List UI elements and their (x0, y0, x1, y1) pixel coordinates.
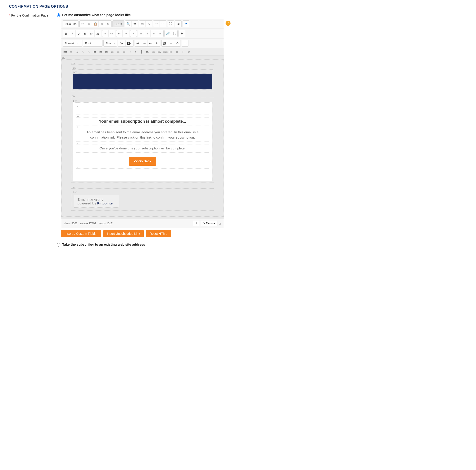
insert-custom-field-button[interactable]: Insert a Custom Field... (61, 230, 101, 237)
resize-grip[interactable] (219, 222, 221, 225)
editor: i ◎ Source ✂ ⧉ 📋 ⎙ ⎙ ABC ▾ 🔍 ⇄ ▤ (61, 19, 224, 228)
font-select[interactable]: Font (83, 40, 93, 46)
tb4-b6[interactable]: ▦ (92, 49, 98, 54)
align-right-button[interactable]: ≡ (151, 30, 157, 37)
div-button[interactable]: DIV (130, 30, 137, 37)
subscript-button[interactable]: x₂ (95, 30, 101, 37)
help-icon[interactable]: i (225, 21, 231, 26)
selectall-button[interactable]: ▤ (139, 21, 146, 27)
tag-div: DIV (71, 186, 76, 189)
source-button[interactable]: ◎ Source (63, 21, 78, 27)
p-empty-1[interactable]: P (76, 108, 209, 115)
textcolor-button[interactable]: A▾ (118, 40, 126, 46)
tb4-b21[interactable]: ✛ (180, 49, 186, 54)
undo-button[interactable]: ↶ (153, 21, 160, 27)
redo-button[interactable]: ↷ (160, 21, 166, 27)
uppercase-button[interactable]: AA (135, 40, 141, 46)
capitalize-button[interactable]: Aa (148, 40, 154, 46)
tb4-b9[interactable]: ▭ (109, 49, 115, 54)
toolbar-row-2: B I U S x² x₂ ≡ •≡ ⇤ ⇥ DIV ≡ (61, 29, 224, 38)
specialchar-button[interactable]: Ω (174, 40, 181, 46)
paste-button[interactable]: 📋 (92, 21, 99, 27)
bgcolor-button[interactable]: A▾ (126, 40, 134, 46)
insert-unsubscribe-button[interactable]: Insert Unsubscribe Link (103, 230, 144, 237)
stats: chars:9063 source:17409 words:1017 (64, 222, 112, 225)
radio-existing-label[interactable]: Take the subscriber to an existing web s… (62, 242, 145, 246)
link-button[interactable]: 🔗 (165, 30, 171, 37)
align-left-button[interactable]: ≡ (138, 30, 144, 37)
unlink-button[interactable]: ⛓ (171, 30, 177, 37)
reset-html-button[interactable]: Reset HTML (146, 230, 171, 237)
spellcheck-button[interactable]: ABC ▾ (113, 21, 124, 27)
editor-canvas[interactable]: DIV DIV DIV DIV (61, 56, 224, 219)
tb4-b13[interactable]: ⇤ (133, 49, 139, 54)
go-back-button[interactable]: << Go Back (129, 157, 156, 166)
tb4-b15[interactable]: ▦ₓ (145, 49, 151, 54)
export-button[interactable]: ⇩ (193, 221, 199, 226)
paste-text-button[interactable]: ⎙ (99, 21, 105, 27)
paragraph-1[interactable]: PAn email has been sent to the email add… (76, 128, 209, 142)
align-center-button[interactable]: ≡ (144, 30, 151, 37)
header-block[interactable] (73, 73, 212, 90)
tb4-b5[interactable]: ✎ (86, 49, 92, 54)
tb4-b18[interactable]: ▭▭ (162, 49, 168, 54)
statusbar: chars:9063 source:17409 words:1017 ⇩ ⟳ R… (61, 219, 224, 228)
replace-button[interactable]: ⇄ (132, 21, 138, 27)
toolbar-row-1: ◎ Source ✂ ⧉ 📋 ⎙ ⎙ ABC ▾ 🔍 ⇄ ▤ Iₓ (61, 19, 224, 29)
tb4-b11[interactable]: ▭ (121, 49, 127, 54)
heading[interactable]: H5Your email subscription is almost comp… (76, 117, 209, 126)
tb4-b22[interactable]: ⊕ (186, 49, 192, 54)
underline-button[interactable]: U (76, 30, 82, 37)
removeformat-button[interactable]: Iₓ (146, 21, 152, 27)
lowercase-button[interactable]: aa (141, 40, 148, 46)
tb4-b2[interactable]: ▦ (68, 49, 74, 54)
anchor-button[interactable]: ⚑ (179, 30, 185, 37)
radio-customize-label[interactable]: Let me customize what the page looks lik… (62, 13, 131, 17)
radio-existing[interactable] (57, 243, 60, 247)
section-title: CONFIRMATION PAGE OPTIONS (9, 4, 467, 9)
size-select[interactable]: Size (104, 40, 113, 46)
tb4-b17[interactable]: ▭ₓ (156, 49, 162, 54)
lineheight-button[interactable]: ≡ (168, 40, 174, 46)
maximize-button[interactable]: ⛶ (168, 21, 174, 27)
tb4-b14[interactable]: │ (139, 49, 145, 54)
tb4-b20[interactable]: ▯ (174, 49, 180, 54)
paste-word-button[interactable]: ⎙ (105, 21, 111, 27)
tb4-b8[interactable]: ▦ (103, 49, 109, 54)
restore-button[interactable]: ⟳ Restore (201, 221, 217, 226)
showblocks-button[interactable]: ▣ (175, 21, 181, 27)
outdent-button[interactable]: ⇤ (116, 30, 123, 37)
table-button[interactable]: ▦▾ (62, 49, 68, 54)
cut-button[interactable]: ✂ (80, 21, 86, 27)
bold-button[interactable]: B (63, 30, 69, 37)
footer-credit[interactable]: Email marketing powered by Pinpointe (74, 195, 119, 208)
align-justify-button[interactable]: ≡ (157, 30, 163, 37)
find-button[interactable]: 🔍 (125, 21, 132, 27)
transform-button[interactable]: Aₐ (154, 40, 160, 46)
tb4-b4[interactable]: ✎ (80, 49, 86, 54)
italic-button[interactable]: I (69, 30, 76, 37)
paragraph-2[interactable]: POnce you've done this your subscription… (76, 144, 209, 153)
strike-button[interactable]: S (82, 30, 88, 37)
indent-button[interactable]: ⇥ (123, 30, 129, 37)
tb4-b19[interactable]: ▯▯ (168, 49, 174, 54)
iframe-button[interactable]: ▭ (182, 40, 188, 46)
tag-div: DIV (71, 62, 75, 65)
tb4-b7[interactable]: ▦ (98, 49, 103, 54)
toolbar-row-4: ▦▾ ▦ ◪ ✎ ✎ ▦ ▦ ▦ ▭ ▭ ▭ ⇥ ⇤ │ ▦ₓ ▭ ▭ₓ ▭▭ … (61, 48, 224, 56)
tb4-b10[interactable]: ▭ (115, 49, 121, 54)
tb4-b12[interactable]: ⇥ (127, 49, 133, 54)
numlist-button[interactable]: ≡ (102, 30, 109, 37)
required-asterisk: * (9, 14, 10, 17)
about-button[interactable]: ? (183, 21, 189, 27)
format-select[interactable]: Format (63, 40, 76, 46)
tb4-b16[interactable]: ▭ (151, 49, 156, 54)
superscript-button[interactable]: x² (88, 30, 95, 37)
tag-div: DIV (73, 100, 77, 102)
radio-customize[interactable] (57, 13, 60, 17)
bulletlist-button[interactable]: •≡ (109, 30, 115, 37)
tb4-b3[interactable]: ◪ (74, 49, 80, 54)
p-empty-2[interactable]: P (76, 168, 209, 175)
copy-button[interactable]: ⧉ (86, 21, 92, 27)
image-button[interactable]: 🖼 (162, 40, 168, 46)
